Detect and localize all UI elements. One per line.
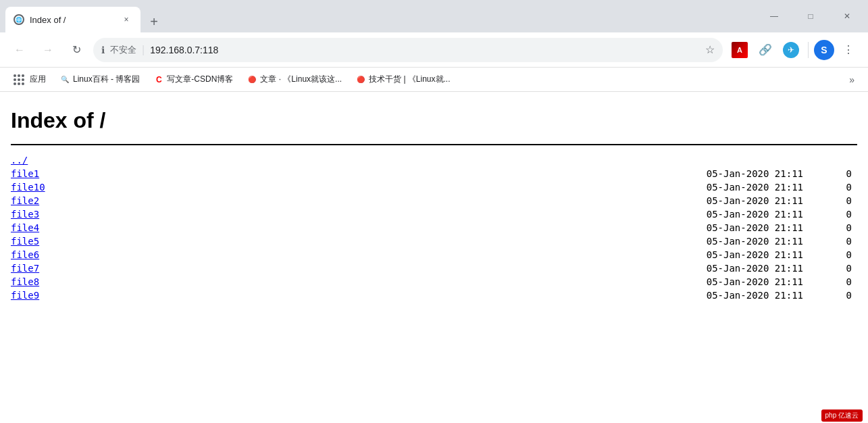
file-size: 0 — [803, 168, 857, 179]
back-button[interactable]: ← — [8, 39, 31, 61]
file-row: file305-Jan-2020 21:110 — [11, 207, 857, 221]
bookmark-label-csdn: 写文章-CSDN博客 — [167, 74, 233, 85]
file-size: 0 — [803, 195, 857, 206]
file-size: 0 — [803, 249, 857, 260]
close-button[interactable]: ✕ — [832, 5, 863, 27]
apps-grid-icon — [14, 74, 24, 85]
bookmark-label-linux-book2: 技术干货 | 《Linux就... — [369, 74, 450, 85]
security-icon: ℹ — [101, 45, 105, 55]
file-date: 05-Jan-2020 21:11 — [668, 290, 803, 301]
file-size: 0 — [803, 222, 857, 233]
bookmark-label-linux-baike: Linux百科 - 博客园 — [73, 74, 140, 85]
file-date: 05-Jan-2020 21:11 — [668, 263, 803, 274]
bookmark-label-linux-book1: 文章 · 《Linux就该这... — [260, 74, 342, 85]
page-content: Index of / ../file105-Jan-2020 21:110fil… — [0, 92, 868, 376]
file-size: 0 — [803, 263, 857, 274]
bookmark-csdn[interactable]: C 写文章-CSDN博客 — [148, 71, 238, 88]
forward-button[interactable]: → — [36, 39, 59, 61]
file-date: 05-Jan-2020 21:11 — [668, 249, 803, 260]
file-row: file1005-Jan-2020 21:110 — [11, 180, 857, 194]
file-link[interactable]: file10 — [11, 182, 92, 193]
bookmark-favicon-linux-baike: 🔍 — [59, 74, 70, 85]
chain-link-button[interactable]: 🔗 — [754, 39, 777, 61]
telegram-button[interactable]: ✈ — [780, 39, 802, 61]
tab-favicon: 🌐 — [14, 14, 24, 25]
file-row: file205-Jan-2020 21:110 — [11, 194, 857, 207]
file-size: 0 — [803, 182, 857, 193]
file-size: 0 — [803, 236, 857, 247]
file-row: file405-Jan-2020 21:110 — [11, 221, 857, 234]
chrome-menu-button[interactable]: ⋮ — [837, 39, 860, 61]
bookmark-favicon-csdn: C — [153, 74, 164, 85]
apps-label: 应用 — [30, 74, 46, 85]
maximize-button[interactable]: □ — [795, 5, 826, 27]
file-row: file905-Jan-2020 21:110 — [11, 289, 857, 302]
file-date: 05-Jan-2020 21:11 — [668, 209, 803, 220]
bookmark-linux-book2[interactable]: 🔴 技术干货 | 《Linux就... — [350, 71, 455, 88]
file-date: 05-Jan-2020 21:11 — [668, 195, 803, 206]
bookmark-favicon-linux-book2: 🔴 — [355, 74, 366, 85]
minimize-button[interactable]: — — [759, 5, 790, 27]
file-link[interactable]: file5 — [11, 236, 92, 247]
chain-icon: 🔗 — [759, 43, 772, 56]
file-row: file705-Jan-2020 21:110 — [11, 262, 857, 275]
file-row: ../ — [11, 153, 857, 167]
tab-close-button[interactable]: × — [120, 14, 132, 26]
acrobat-icon: A — [732, 42, 748, 58]
security-text: 不安全 — [110, 44, 136, 56]
file-link[interactable]: file9 — [11, 290, 92, 301]
file-size: 0 — [803, 290, 857, 301]
file-link[interactable]: file8 — [11, 276, 92, 287]
toolbar-divider — [808, 42, 809, 58]
profile-avatar[interactable]: S — [814, 40, 834, 60]
bookmarks-bar: 应用 🔍 Linux百科 - 博客园 C 写文章-CSDN博客 🔴 文章 · 《… — [0, 68, 868, 92]
telegram-icon: ✈ — [783, 42, 799, 58]
title-bar: 🌐 Index of / × + — □ ✕ — [0, 0, 868, 32]
file-date: 05-Jan-2020 21:11 — [668, 222, 803, 233]
page-divider — [11, 144, 857, 145]
new-tab-button[interactable]: + — [143, 11, 165, 32]
file-link[interactable]: file3 — [11, 209, 92, 220]
url-separator: | — [142, 44, 145, 56]
file-date: 05-Jan-2020 21:11 — [668, 236, 803, 247]
file-link[interactable]: file4 — [11, 222, 92, 233]
file-date: 05-Jan-2020 21:11 — [668, 182, 803, 193]
bookmark-star-icon[interactable]: ☆ — [705, 43, 715, 56]
bookmark-linux-book1[interactable]: 🔴 文章 · 《Linux就该这... — [241, 71, 347, 88]
acrobat-extension-button[interactable]: A — [728, 39, 751, 61]
file-row: file505-Jan-2020 21:110 — [11, 234, 857, 248]
tab-title: Index of / — [30, 15, 115, 25]
file-link[interactable]: file7 — [11, 263, 92, 274]
file-date: 05-Jan-2020 21:11 — [668, 168, 803, 179]
toolbar-icons: A 🔗 ✈ S ⋮ — [728, 39, 860, 61]
bookmarks-more-button[interactable]: » — [844, 72, 860, 88]
navigation-bar: ← → ↻ ℹ 不安全 | 192.168.0.7:118 ☆ A 🔗 ✈ S … — [0, 32, 868, 68]
file-row: file805-Jan-2020 21:110 — [11, 275, 857, 289]
active-tab[interactable]: 🌐 Index of / × — [5, 7, 141, 32]
reload-button[interactable]: ↻ — [65, 39, 88, 61]
window-controls: — □ ✕ — [759, 5, 863, 27]
file-date: 05-Jan-2020 21:11 — [668, 276, 803, 287]
file-link[interactable]: file6 — [11, 249, 92, 260]
file-link[interactable]: ../ — [11, 155, 92, 166]
file-row: file105-Jan-2020 21:110 — [11, 167, 857, 180]
url-display: 192.168.0.7:118 — [150, 45, 700, 55]
apps-shortcut[interactable]: 应用 — [8, 71, 51, 88]
file-link[interactable]: file1 — [11, 168, 92, 179]
address-bar[interactable]: ℹ 不安全 | 192.168.0.7:118 ☆ — [93, 38, 723, 62]
file-size: 0 — [803, 209, 857, 220]
file-size: 0 — [803, 276, 857, 287]
page-heading: Index of / — [11, 103, 857, 144]
bookmark-favicon-linux-book1: 🔴 — [247, 74, 257, 85]
tab-strip: 🌐 Index of / × + — [5, 0, 759, 32]
bookmark-linux-baike[interactable]: 🔍 Linux百科 - 博客园 — [54, 71, 145, 88]
file-list: ../file105-Jan-2020 21:110file1005-Jan-2… — [11, 153, 857, 302]
file-link[interactable]: file2 — [11, 195, 92, 206]
file-row: file605-Jan-2020 21:110 — [11, 248, 857, 262]
